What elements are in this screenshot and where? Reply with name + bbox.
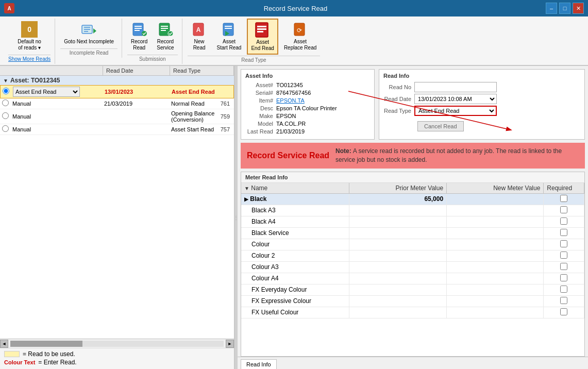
- meter-row-required[interactable]: [544, 284, 584, 295]
- read-type-select[interactable]: Asset End Read Normal Read Asset Start R…: [414, 106, 497, 116]
- meter-row-new[interactable]: [447, 239, 544, 250]
- meter-row-prior: [349, 239, 447, 250]
- read-type-dropdown[interactable]: Asset End Read: [13, 87, 80, 97]
- legend-text-label: Colour Text: [4, 359, 35, 365]
- required-checkbox[interactable]: [560, 195, 567, 202]
- meter-row-new[interactable]: [447, 307, 544, 318]
- new-meter-input[interactable]: [450, 196, 540, 202]
- table-row[interactable]: Asset End Read 13/01/2023 Asset End Read: [0, 85, 234, 98]
- new-meter-input[interactable]: [450, 275, 540, 281]
- meter-row-required[interactable]: [544, 205, 584, 216]
- required-checkbox[interactable]: [560, 308, 567, 315]
- asset-end-read-label: AssetEnd Read: [251, 39, 274, 52]
- required-checkbox[interactable]: [560, 274, 567, 281]
- meter-row-required[interactable]: [544, 250, 584, 261]
- meter-row-new[interactable]: [447, 284, 544, 295]
- record-service-button[interactable]: RecordService: [153, 19, 177, 54]
- read-no-input[interactable]: [414, 82, 497, 92]
- meter-table: ▼ Name Prior Meter Value New Meter Value…: [241, 183, 584, 318]
- row-name-1[interactable]: Asset End Read: [13, 87, 105, 97]
- row-num-2: 761: [221, 100, 232, 107]
- desc-value: Epson TA Colour Printer: [276, 105, 337, 111]
- table-row[interactable]: Manual 21/03/2019 Normal Read 761: [0, 98, 234, 109]
- scroll-thumb[interactable]: [10, 341, 82, 347]
- close-button[interactable]: ✕: [573, 3, 584, 14]
- col-prior: Prior Meter Value: [349, 183, 447, 194]
- meter-row-new[interactable]: [447, 261, 544, 273]
- meter-row-name: Colour 2: [241, 250, 349, 261]
- meter-row-required[interactable]: [544, 295, 584, 307]
- table-row[interactable]: Manual Asset Start Read 757: [0, 124, 234, 135]
- svg-rect-6: [135, 26, 142, 27]
- meter-row-required[interactable]: [544, 307, 584, 318]
- new-meter-input[interactable]: [450, 264, 540, 270]
- meter-row-new[interactable]: [447, 273, 544, 284]
- record-read-button[interactable]: RecordRead: [127, 19, 151, 54]
- left-panel-scrollbar[interactable]: ◄ ►: [0, 339, 234, 348]
- show-more-link[interactable]: Show More Reads: [8, 55, 51, 62]
- radio-1[interactable]: [3, 88, 13, 96]
- required-checkbox[interactable]: [560, 263, 567, 270]
- goto-next-button[interactable]: Goto Next Incomplete: [60, 19, 117, 47]
- radio-2[interactable]: [2, 99, 12, 108]
- table-row[interactable]: Manual Opening Balance (Conversion) 759: [0, 109, 234, 124]
- required-checkbox[interactable]: [560, 297, 567, 304]
- read-type-label: Read Type: [383, 108, 414, 114]
- new-meter-input[interactable]: [450, 219, 540, 225]
- svg-rect-18: [225, 26, 232, 27]
- meter-row-new[interactable]: [447, 295, 544, 307]
- ribbon: 0 Default noof reads ▾ Show More Reads: [0, 16, 588, 66]
- meter-row-required[interactable]: [544, 193, 584, 205]
- default-no-reads-button[interactable]: 0 Default noof reads ▾: [14, 19, 45, 54]
- asset-node[interactable]: ▼ Asset: TO012345: [0, 76, 234, 85]
- asset-replace-icon: ⟳: [292, 21, 309, 38]
- row-name-3: Manual: [12, 113, 104, 120]
- meter-row-new[interactable]: [447, 205, 544, 216]
- required-checkbox[interactable]: [560, 206, 567, 213]
- meter-row-prior: [349, 227, 447, 239]
- svg-rect-22: [257, 26, 266, 27]
- required-checkbox[interactable]: [560, 251, 567, 259]
- radio-3[interactable]: [2, 112, 12, 121]
- meter-row-name: Colour A3: [241, 261, 349, 273]
- required-checkbox[interactable]: [560, 217, 567, 225]
- cancel-read-button[interactable]: Cancel Read: [417, 121, 464, 131]
- scroll-left-arrow[interactable]: ◄: [0, 340, 8, 348]
- read-info-tab-button[interactable]: Read Info: [241, 359, 277, 369]
- required-checkbox[interactable]: [560, 240, 567, 247]
- asset-end-read-button[interactable]: AssetEnd Read: [247, 19, 278, 55]
- new-meter-input[interactable]: [450, 253, 540, 259]
- new-meter-input[interactable]: [450, 230, 540, 236]
- asset-start-read-button[interactable]: AssetStart Read: [213, 19, 245, 54]
- table-row: FX Useful Colour: [241, 307, 584, 318]
- maximize-button[interactable]: □: [559, 3, 570, 14]
- required-checkbox[interactable]: [560, 286, 567, 293]
- new-meter-input[interactable]: [450, 207, 540, 213]
- meter-row-prior: [349, 284, 447, 295]
- meter-row-new[interactable]: [447, 193, 544, 205]
- meter-row-required[interactable]: [544, 273, 584, 284]
- meter-row-required[interactable]: [544, 227, 584, 239]
- scroll-right-arrow[interactable]: ►: [226, 340, 234, 348]
- meter-row-required[interactable]: [544, 239, 584, 250]
- asset-replace-read-button[interactable]: ⟳ AssetReplace Read: [280, 19, 320, 54]
- required-checkbox[interactable]: [560, 229, 567, 236]
- meter-row-new[interactable]: [447, 216, 544, 227]
- new-meter-input[interactable]: [450, 241, 540, 247]
- read-date-field: Read Date 13/01/2023 10:08 AM: [383, 94, 580, 104]
- meter-info-title: Meter Read Info: [241, 172, 584, 183]
- meter-row-required[interactable]: [544, 216, 584, 227]
- radio-4[interactable]: [2, 125, 12, 133]
- row-num-3: 759: [221, 113, 232, 120]
- new-meter-input[interactable]: [450, 309, 540, 315]
- minimize-button[interactable]: –: [546, 3, 557, 14]
- meter-row-new[interactable]: [447, 227, 544, 239]
- new-read-button[interactable]: A NewRead: [188, 19, 211, 54]
- new-meter-input[interactable]: [450, 287, 540, 293]
- read-date-select[interactable]: 13/01/2023 10:08 AM: [414, 94, 497, 104]
- submission-label: Submission: [127, 55, 178, 62]
- legend: = Read to be used. Colour Text = Enter R…: [0, 348, 234, 369]
- meter-row-new[interactable]: [447, 250, 544, 261]
- meter-row-required[interactable]: [544, 261, 584, 273]
- new-meter-input[interactable]: [450, 298, 540, 304]
